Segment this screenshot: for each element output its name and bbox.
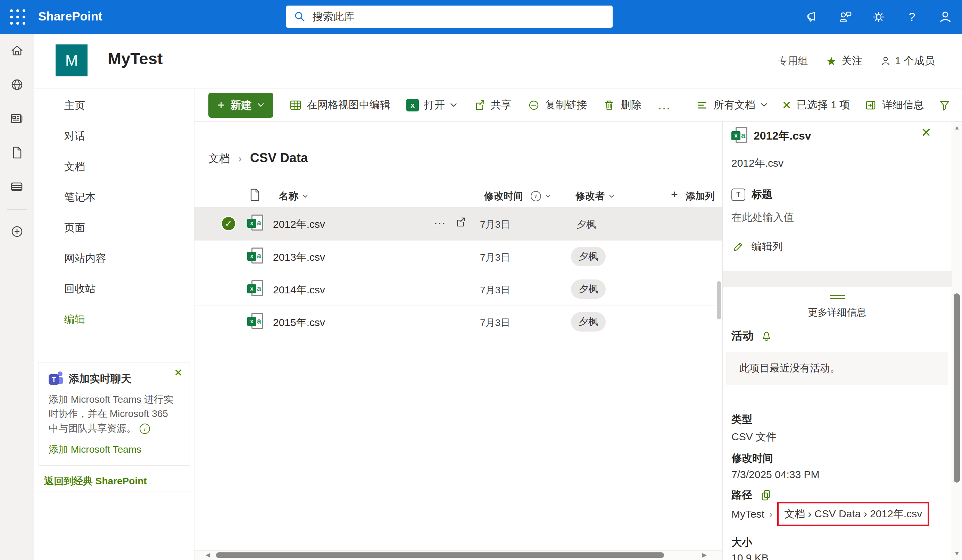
open-button[interactable]: x 打开 [406, 98, 457, 112]
table-row-2013[interactable]: ax 2013年.csv 7月3日 夕枫 [194, 240, 722, 273]
filter-icon[interactable] [938, 99, 951, 111]
chevron-down-icon [545, 194, 551, 198]
path-root[interactable]: MyTest [731, 508, 764, 520]
horizontal-scroll-thumb[interactable] [216, 552, 664, 558]
horizontal-scrollbar[interactable]: ◀ ▶ [194, 550, 722, 560]
sidebar-item-documents[interactable]: 文档 [34, 152, 194, 182]
more-commands-icon[interactable]: … [657, 102, 671, 108]
info-icon[interactable]: i [140, 424, 150, 434]
document-icon[interactable] [9, 145, 25, 161]
search-input[interactable] [312, 10, 605, 23]
scroll-down-icon[interactable]: ▼ [952, 550, 962, 557]
home-icon[interactable] [9, 43, 25, 59]
view-selector[interactable]: 所有文档 [696, 98, 768, 112]
add-column-button[interactable]: 添加列 [686, 190, 715, 203]
panel-file-name: 2012年.csv [754, 129, 811, 144]
panel-section-divider [723, 271, 952, 287]
sidebar-item-site-contents[interactable]: 网站内容 [34, 243, 194, 274]
feedback-icon[interactable] [838, 10, 853, 25]
grid-edit-button[interactable]: 在网格视图中编辑 [289, 98, 391, 112]
table-row-2014[interactable]: ax 2014年.csv 7月3日 夕枫 [194, 273, 722, 306]
modified-by[interactable]: 夕枫 [576, 218, 596, 231]
site-title[interactable]: MyTest [108, 49, 163, 68]
column-name[interactable]: 名称 [279, 190, 308, 203]
sidebar-item-home[interactable]: 主页 [34, 90, 194, 121]
left-rail [0, 34, 34, 560]
copy-link-button[interactable]: 复制链接 [528, 98, 587, 112]
edit-columns-button[interactable]: 编辑列 [731, 240, 783, 254]
file-name[interactable]: 2015年.csv [273, 316, 325, 330]
sidebar-item-conversations[interactable]: 对话 [34, 121, 194, 152]
site-logo[interactable]: M [56, 44, 87, 76]
panel-close-icon[interactable]: ✕ [921, 126, 931, 139]
members-button[interactable]: 1 个成员 [880, 54, 935, 68]
add-column-plus-icon[interactable]: + [671, 187, 678, 201]
info-icon: i [531, 191, 541, 202]
modified-by-pill[interactable]: 夕枫 [571, 247, 606, 266]
row-more-icon[interactable]: … [433, 213, 446, 228]
help-icon[interactable]: ? [904, 10, 920, 25]
column-modified-by[interactable]: 修改者 [575, 190, 614, 203]
globe-icon[interactable] [9, 77, 25, 93]
path-label: 路径 [731, 488, 752, 502]
clear-selection-button[interactable]: ✕ 已选择 1 项 [782, 98, 850, 112]
csv-file-icon: ax [731, 127, 747, 145]
rail-divider [7, 209, 27, 210]
column-modified[interactable]: 修改时间 i [484, 190, 551, 203]
megaphone-icon[interactable] [804, 10, 820, 25]
return-classic-link[interactable]: 返回到经典 SharePoint [34, 471, 194, 492]
sidebar-item-edit[interactable]: 编辑 [34, 304, 194, 335]
breadcrumb-separator: › [238, 153, 242, 165]
file-type-column-icon[interactable] [249, 188, 260, 202]
file-name[interactable]: 2013年.csv [273, 250, 325, 265]
add-teams-link[interactable]: 添加 Microsoft Teams [48, 443, 180, 456]
vertical-scrollbar[interactable]: ▲ ▼ [952, 121, 962, 560]
details-pane-button[interactable]: 详细信息 [864, 98, 924, 112]
open-pane-icon [864, 99, 877, 111]
text-field-icon: T [731, 189, 745, 201]
chevron-down-icon [302, 194, 308, 198]
selected-check-icon[interactable]: ✓ [221, 216, 236, 231]
breadcrumb-parent[interactable]: 文档 [208, 152, 230, 166]
share-button[interactable]: 共享 [473, 98, 512, 112]
more-details-icon [830, 293, 845, 301]
csv-file-icon: ax [247, 215, 263, 232]
delete-button[interactable]: 删除 [603, 98, 641, 112]
teams-card-close-icon[interactable]: ✕ [174, 366, 183, 379]
lists-icon[interactable] [9, 179, 25, 195]
news-icon[interactable] [9, 111, 25, 127]
excel-icon: x [406, 99, 419, 111]
title-field-input[interactable]: 在此处输入值 [731, 210, 794, 224]
sidebar-item-pages[interactable]: 页面 [34, 213, 194, 243]
settings-gear-icon[interactable] [871, 10, 886, 25]
table-row-2015[interactable]: ax 2015年.csv 7月3日 夕枫 [194, 305, 722, 338]
file-name[interactable]: 2014年.csv [273, 283, 325, 297]
modified-by-pill[interactable]: 夕枫 [571, 279, 606, 299]
trash-icon [603, 99, 615, 111]
table-row-2012[interactable]: ✓ ax 2012年.csv … 7月3日 夕枫 [194, 207, 722, 240]
file-name[interactable]: 2012年.csv [273, 217, 325, 232]
activity-empty-box: 此项目最近没有活动。 [726, 352, 948, 385]
size-label: 大小 [731, 535, 752, 550]
scroll-right-icon[interactable]: ▶ [702, 551, 707, 558]
app-name[interactable]: SharePoint [38, 10, 102, 23]
search-box[interactable] [286, 6, 613, 28]
list-vertical-scrollbar[interactable] [717, 281, 721, 320]
account-person-icon[interactable] [938, 10, 953, 25]
create-plus-icon[interactable] [9, 224, 25, 240]
new-button[interactable]: + 新建 [208, 93, 273, 118]
bell-icon[interactable] [760, 329, 773, 343]
more-details-button[interactable]: 更多详细信息 [723, 293, 952, 319]
modified-by-pill[interactable]: 夕枫 [571, 312, 606, 332]
search-icon [294, 11, 306, 23]
row-share-icon[interactable] [454, 216, 466, 228]
scroll-up-icon[interactable]: ▲ [952, 124, 962, 131]
modified-date: 7月3日 [480, 284, 510, 297]
scroll-left-icon[interactable]: ◀ [206, 551, 210, 558]
sidebar-item-recycle-bin[interactable]: 回收站 [34, 274, 194, 304]
copy-icon[interactable] [760, 489, 772, 502]
vertical-scroll-thumb[interactable] [954, 294, 960, 483]
sidebar-item-notebook[interactable]: 笔记本 [34, 182, 194, 213]
app-launcher-waffle-icon[interactable] [10, 9, 26, 25]
follow-button[interactable]: ★ 关注 [826, 54, 862, 68]
